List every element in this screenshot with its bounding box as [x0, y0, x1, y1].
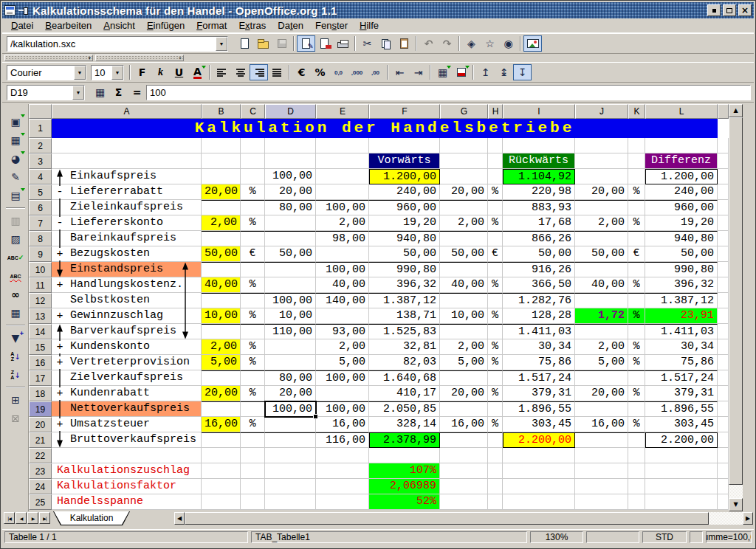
cell-A3[interactable]: [52, 153, 202, 169]
cell-E10[interactable]: 100,00: [316, 262, 369, 277]
row-header-7[interactable]: 7: [29, 215, 52, 231]
cell-F22[interactable]: [369, 448, 440, 463]
cell-A5[interactable]: Liefererrabatt: [52, 184, 202, 200]
cell-E25[interactable]: [316, 494, 369, 510]
cell-E15[interactable]: 2,00: [316, 339, 369, 355]
cell-stub-16[interactable]: [718, 355, 729, 370]
autospellcheck-button[interactable]: ABC: [5, 267, 26, 285]
cell-D9[interactable]: 50,00: [265, 246, 316, 262]
cell-L8[interactable]: 940,80: [645, 231, 718, 246]
cell-E5[interactable]: [316, 184, 369, 200]
paste-button[interactable]: [395, 35, 413, 52]
cell-L10[interactable]: 990,80: [645, 262, 718, 277]
cell-F8[interactable]: 940,80: [369, 231, 440, 246]
cell-D15[interactable]: [265, 339, 316, 355]
column-header-A[interactable]: A: [52, 104, 202, 119]
cell-H8[interactable]: [488, 231, 503, 246]
cell-stub-9[interactable]: [718, 246, 729, 262]
cell-stub-25[interactable]: [718, 494, 729, 510]
row-header-5[interactable]: 5: [29, 184, 52, 200]
cell-A17[interactable]: Zielverkaufspreis: [52, 370, 202, 386]
cell-stub-15[interactable]: [718, 339, 729, 355]
cell-H13[interactable]: %: [488, 308, 503, 324]
cell-B11[interactable]: 40,00: [202, 277, 241, 293]
column-header-L[interactable]: L: [645, 104, 718, 119]
cell-H16[interactable]: %: [488, 355, 503, 370]
font-size-field[interactable]: [92, 66, 111, 80]
cell-J17[interactable]: [575, 370, 628, 386]
menu-format[interactable]: Format: [190, 19, 233, 32]
hyperlink-button[interactable]: ◉: [499, 35, 518, 52]
cell-F2[interactable]: [369, 138, 440, 153]
cell-stub-23[interactable]: [718, 463, 729, 479]
row-header-11[interactable]: 11: [29, 277, 52, 293]
open-button[interactable]: [254, 35, 272, 52]
cell-A7[interactable]: Liefererskonto: [52, 215, 202, 231]
cell-K10[interactable]: [628, 262, 645, 277]
cell-C8[interactable]: [241, 231, 265, 246]
cell-L4[interactable]: 1.200,00: [645, 169, 718, 184]
cell-G4[interactable]: [440, 169, 488, 184]
cell-stub-18[interactable]: [718, 386, 729, 401]
column-header-I[interactable]: I: [503, 104, 575, 119]
cell-J20[interactable]: 16,00: [575, 417, 628, 432]
row-header-4[interactable]: 4: [29, 169, 52, 184]
menu-ansicht[interactable]: Ansicht: [97, 19, 141, 32]
font-size-dropdown-icon[interactable]: ▼: [111, 66, 123, 80]
cell-E7[interactable]: 2,00: [316, 215, 369, 231]
cell-J12[interactable]: [575, 293, 628, 308]
cell-stub-22[interactable]: [718, 448, 729, 463]
cell-F24[interactable]: 2,06989: [369, 479, 440, 494]
cell-C22[interactable]: [241, 448, 265, 463]
row-header-16[interactable]: 16: [29, 355, 52, 370]
cell-J21[interactable]: [575, 432, 628, 448]
cell-J10[interactable]: [575, 262, 628, 277]
cell-J16[interactable]: 5,00: [575, 355, 628, 370]
cell-stub-3[interactable]: [718, 153, 729, 169]
cell-B10[interactable]: [202, 262, 241, 277]
cell-C3[interactable]: [241, 153, 265, 169]
cell-J14[interactable]: [575, 324, 628, 339]
cell-H21[interactable]: [488, 432, 503, 448]
undo-button[interactable]: ↶: [419, 35, 438, 52]
cell-D12[interactable]: 100,00: [265, 293, 316, 308]
cell-C21[interactable]: [241, 432, 265, 448]
cell-E17[interactable]: 100,00: [316, 370, 369, 386]
row-header-12[interactable]: 12: [29, 293, 52, 308]
cell-stub-12[interactable]: [718, 293, 729, 308]
menu-einfgen[interactable]: Einfügen: [141, 19, 190, 32]
cell-K20[interactable]: %: [628, 417, 645, 432]
spellcheck-button[interactable]: ABC✓: [5, 249, 26, 266]
cell-A15[interactable]: Kundenskonto: [52, 339, 202, 355]
cell-L9[interactable]: 50,00: [645, 246, 718, 262]
cell-B23[interactable]: [202, 463, 241, 479]
cell-stub-19[interactable]: [718, 401, 729, 417]
menu-hilfe[interactable]: Hilfe: [354, 19, 385, 32]
cell-F11[interactable]: 396,32: [369, 277, 440, 293]
cell-C16[interactable]: %: [241, 355, 265, 370]
cell-B5[interactable]: 20,00: [202, 184, 241, 200]
cell-K18[interactable]: %: [628, 386, 645, 401]
cell-stub-20[interactable]: [718, 417, 729, 432]
row-header-9[interactable]: 9: [29, 246, 52, 262]
cell-K21[interactable]: [628, 432, 645, 448]
cell-K2[interactable]: [628, 138, 645, 153]
cell-H3[interactable]: [488, 153, 503, 169]
insert-cells-button[interactable]: ▦: [5, 131, 26, 149]
ungroup-button[interactable]: ⊠: [5, 410, 26, 427]
cell-F14[interactable]: 1.525,83: [369, 324, 440, 339]
row-header-24[interactable]: 24: [29, 479, 52, 494]
font-color-button[interactable]: A: [188, 64, 207, 80]
cell-stub-2[interactable]: [718, 138, 729, 153]
cell-I5[interactable]: 220,98: [503, 184, 575, 200]
cell-I8[interactable]: 866,26: [503, 231, 575, 246]
cell-D17[interactable]: 80,00: [265, 370, 316, 386]
cell-C24[interactable]: [241, 479, 265, 494]
cell-J18[interactable]: 20,00: [575, 386, 628, 401]
menu-bearbeiten[interactable]: Bearbeiten: [39, 19, 97, 32]
cell-D2[interactable]: [265, 138, 316, 153]
cell-H20[interactable]: %: [488, 417, 503, 432]
cell-A25[interactable]: Handelsspanne: [52, 494, 202, 510]
cell-F5[interactable]: 240,00: [369, 184, 440, 200]
delete-decimal-button[interactable]: ,00: [366, 64, 385, 80]
